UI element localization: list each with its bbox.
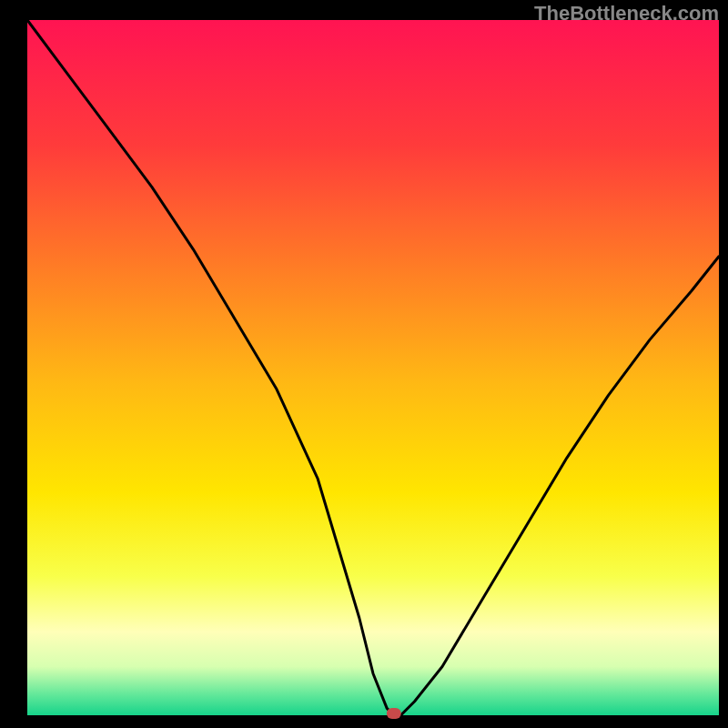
watermark-text: TheBottleneck.com xyxy=(534,2,719,25)
optimal-marker xyxy=(387,708,401,719)
bottleneck-chart xyxy=(0,0,728,728)
plot-background xyxy=(27,20,719,715)
chart-frame: TheBottleneck.com xyxy=(0,0,728,728)
